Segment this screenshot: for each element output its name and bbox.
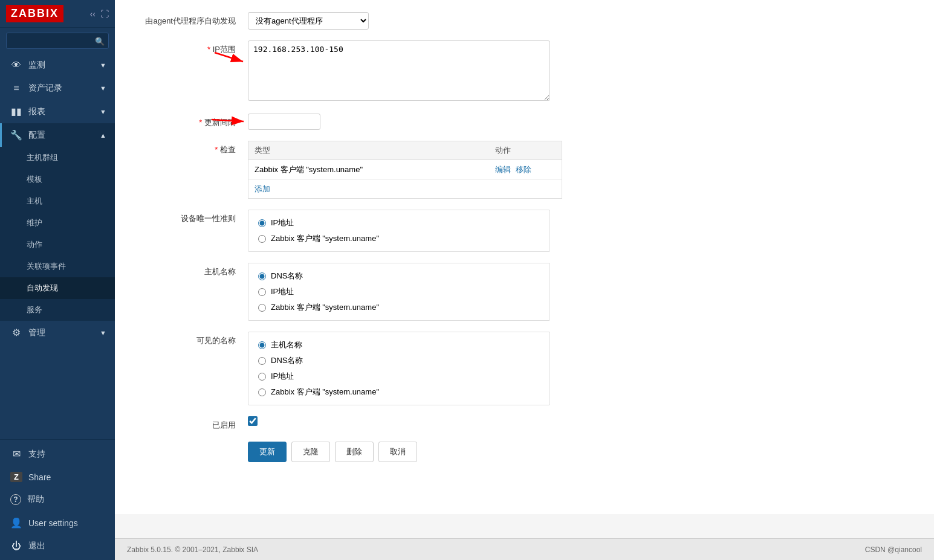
device-uniqueness-uname-label: Zabbix 客户端 "system.uname" (271, 233, 379, 244)
admin-arrow-icon: ▼ (100, 329, 106, 336)
hostname-ip-label: IP地址 (271, 286, 294, 297)
check-remove-button[interactable]: 移除 (516, 164, 531, 175)
help-label: 帮助 (27, 494, 44, 505)
autodiscover-label: 自动发现 (27, 283, 58, 292)
sidebar: ZABBIX ‹‹ ⛶ 🔍 👁 监测 ▼ ≡ 资产记录 ▼ ▮▮ 报表 ▼ (0, 0, 115, 560)
form-container: 由agent代理程序自动发现 没有agent代理程序 IP范围 (115, 0, 934, 514)
visible-name-uname-radio[interactable] (258, 388, 266, 396)
checks-type-header: 类型 (255, 145, 495, 156)
hostname-dns-option[interactable]: DNS名称 (258, 271, 540, 282)
share-label: Share (28, 472, 51, 482)
agent-proxy-field: 没有agent代理程序 (248, 12, 910, 30)
hostname-ip-option[interactable]: IP地址 (258, 286, 540, 297)
logout-label: 退出 (28, 541, 45, 552)
sidebar-item-assets[interactable]: ≡ 资产记录 ▼ (0, 77, 115, 100)
logo: ZABBIX (6, 5, 63, 22)
user-settings-label: User settings (28, 518, 78, 528)
visible-name-row: 可见的名称 主机名称 DNS名称 (139, 332, 910, 405)
visible-name-ip-option[interactable]: IP地址 (258, 371, 540, 382)
sidebar-item-hosts[interactable]: 主机 (0, 190, 115, 212)
ip-range-row: IP范围 192.168.25 (139, 40, 910, 103)
sidebar-item-user-settings[interactable]: 👤 User settings (0, 511, 115, 535)
sidebar-item-help[interactable]: ? 帮助 (0, 488, 115, 511)
device-uniqueness-box: IP地址 Zabbix 客户端 "system.uname" (248, 210, 550, 252)
main-area: 由agent代理程序自动发现 没有agent代理程序 IP范围 (115, 0, 934, 560)
support-label: 支持 (28, 449, 45, 460)
sidebar-item-autodiscover[interactable]: 自动发现 ← (0, 277, 115, 299)
hostname-box: DNS名称 IP地址 Zabbix 客户端 "system.uname" (248, 263, 550, 321)
expand-icon[interactable]: ⛶ (100, 9, 109, 19)
device-uniqueness-label: 设备唯一性准则 (139, 210, 236, 224)
checks-label: 检查 (139, 141, 236, 155)
delete-button[interactable]: 删除 (335, 442, 374, 462)
enabled-field (248, 416, 910, 426)
hostname-dns-radio[interactable] (258, 272, 266, 280)
device-uniqueness-ip-label: IP地址 (271, 217, 294, 228)
sidebar-item-admin[interactable]: ⚙ 管理 ▼ (0, 321, 115, 344)
clone-button[interactable]: 克隆 (291, 442, 330, 462)
checks-add-link[interactable]: 添加 (248, 180, 276, 198)
content-area: 由agent代理程序自动发现 没有agent代理程序 IP范围 (115, 0, 934, 538)
config-arrow-icon: ▲ (100, 132, 106, 139)
agent-proxy-select[interactable]: 没有agent代理程序 (248, 12, 369, 30)
templates-label: 模板 (27, 175, 42, 184)
sidebar-item-support[interactable]: ✉ 支持 (0, 442, 115, 466)
enabled-checkbox[interactable] (248, 416, 258, 426)
check-edit-button[interactable]: 编辑 (495, 164, 511, 175)
device-uniqueness-uname-radio[interactable] (258, 235, 266, 243)
sidebar-item-services[interactable]: 服务 (0, 299, 115, 321)
host-groups-label: 主机群组 (27, 153, 58, 162)
search-input[interactable] (6, 33, 109, 49)
sidebar-item-maintenance[interactable]: 维护 (0, 212, 115, 234)
check-type-value: Zabbix 客户端 "system.uname" (255, 164, 495, 175)
admin-icon: ⚙ (10, 327, 22, 338)
visible-name-box: 主机名称 DNS名称 IP地址 (248, 332, 550, 405)
sidebar-item-actions[interactable]: 动作 (0, 234, 115, 256)
search-icon: 🔍 (95, 36, 105, 45)
footer: Zabbix 5.0.15. © 2001–2021, Zabbix SIA C… (115, 538, 934, 560)
sidebar-item-config-label: 配置 (28, 130, 45, 141)
sidebar-item-logout[interactable]: ⏻ 退出 (0, 535, 115, 558)
device-uniqueness-row: 设备唯一性准则 IP地址 Zabbix 客户端 "system.uname" (139, 210, 910, 252)
sidebar-item-reports[interactable]: ▮▮ 报表 ▼ (0, 100, 115, 123)
visible-name-uname-option[interactable]: Zabbix 客户端 "system.uname" (258, 387, 540, 397)
visible-name-dns-radio[interactable] (258, 357, 266, 365)
sidebar-search-area: 🔍 (0, 28, 115, 54)
maintenance-label: 维护 (27, 218, 42, 227)
user-icon: 👤 (10, 517, 22, 529)
hostname-dns-label: DNS名称 (271, 271, 303, 282)
device-uniqueness-ip-radio[interactable] (258, 219, 266, 227)
visible-name-hostname-option[interactable]: 主机名称 (258, 340, 540, 350)
hostname-uname-radio[interactable] (258, 304, 266, 312)
sidebar-item-host-groups[interactable]: 主机群组 (0, 147, 115, 169)
visible-name-ip-radio[interactable] (258, 373, 266, 381)
footer-right: CSDN @qiancool (865, 546, 922, 554)
update-interval-row: 更新间隔 60s (139, 114, 910, 130)
checks-add-row: 添加 (248, 180, 562, 198)
sidebar-item-templates[interactable]: 模板 (0, 169, 115, 190)
visible-name-dns-option[interactable]: DNS名称 (258, 355, 540, 366)
device-uniqueness-ip-option[interactable]: IP地址 (258, 217, 540, 228)
hostname-ip-radio[interactable] (258, 288, 266, 296)
enabled-checkbox-label[interactable] (248, 416, 910, 426)
monitor-icon: 👁 (10, 60, 22, 71)
agent-proxy-row: 由agent代理程序自动发现 没有agent代理程序 (139, 12, 910, 30)
hostname-uname-option[interactable]: Zabbix 客户端 "system.uname" (258, 302, 540, 313)
update-interval-input[interactable]: 60s (248, 114, 320, 130)
checks-field: 类型 动作 Zabbix 客户端 "system.uname" 编辑 移除 添加 (248, 141, 910, 199)
share-icon: Z (10, 472, 22, 482)
update-button[interactable]: 更新 (248, 442, 287, 462)
help-icon: ? (10, 494, 21, 505)
ip-range-textarea[interactable]: 192.168.253.100-150 (248, 40, 550, 101)
sidebar-bottom: ✉ 支持 Z Share ? 帮助 👤 User settings ⏻ 退出 (0, 439, 115, 560)
sidebar-item-monitor[interactable]: 👁 监测 ▼ (0, 54, 115, 77)
cancel-button[interactable]: 取消 (378, 442, 417, 462)
sidebar-item-config[interactable]: 🔧 配置 ▲ (0, 123, 115, 147)
sidebar-item-correlation[interactable]: 关联项事件 (0, 256, 115, 277)
action-buttons-row: 更新 克隆 删除 取消 (139, 442, 910, 474)
visible-name-hostname-radio[interactable] (258, 341, 266, 349)
device-uniqueness-uname-option[interactable]: Zabbix 客户端 "system.uname" (258, 233, 540, 244)
collapse-icon[interactable]: ‹‹ (90, 9, 96, 19)
correlation-label: 关联项事件 (27, 262, 66, 271)
sidebar-item-share[interactable]: Z Share (0, 466, 115, 488)
